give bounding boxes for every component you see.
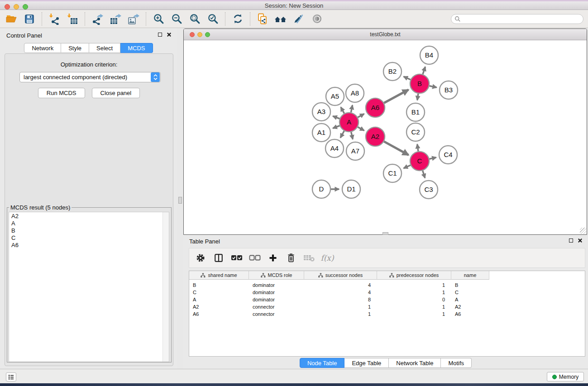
- tab-network[interactable]: Network: [24, 43, 61, 53]
- search-input[interactable]: [461, 15, 583, 23]
- tab-network-table[interactable]: Network Table: [389, 358, 441, 368]
- graph-node-B[interactable]: B: [410, 74, 429, 93]
- show-graphics-details-button[interactable]: [308, 11, 326, 27]
- criterion-select[interactable]: largest connected component (directed): [19, 72, 161, 82]
- tab-select[interactable]: Select: [89, 43, 120, 53]
- show-log-button[interactable]: [6, 372, 16, 381]
- graph-node-A2[interactable]: A2: [366, 127, 385, 146]
- graph-node-A3[interactable]: A3: [312, 103, 330, 121]
- column-header[interactable]: name: [451, 271, 489, 280]
- tab-node-table[interactable]: Node Table: [300, 358, 345, 368]
- column-header[interactable]: successor nodes: [304, 271, 377, 280]
- mcds-result-list[interactable]: A2ABCA6: [9, 212, 169, 362]
- list-item[interactable]: A: [11, 220, 160, 227]
- list-scrollbar[interactable]: [163, 212, 169, 362]
- graph-node-B4[interactable]: B4: [420, 46, 438, 64]
- graph-edge[interactable]: [429, 157, 436, 159]
- table-row[interactable]: Adominator80A: [189, 296, 585, 303]
- graph-edge[interactable]: [417, 94, 418, 100]
- function-builder-button[interactable]: f(x): [320, 250, 335, 266]
- network-window-controls[interactable]: [190, 32, 210, 37]
- graph-edge[interactable]: [384, 142, 408, 155]
- graph-node-A5[interactable]: A5: [326, 87, 344, 105]
- table-settings-button[interactable]: [193, 250, 208, 266]
- splitter-handle[interactable]: [178, 197, 182, 204]
- node-table[interactable]: shared nameMCDS rolesuccessor nodesprede…: [189, 271, 585, 357]
- graph-node-A1[interactable]: A1: [312, 124, 330, 142]
- zoom-network-window-button[interactable]: [205, 32, 210, 37]
- table-row[interactable]: A2connector11A2: [189, 303, 585, 310]
- list-item[interactable]: A2: [11, 213, 160, 220]
- tab-edge-table[interactable]: Edge Table: [344, 358, 389, 368]
- window-controls[interactable]: [5, 4, 28, 10]
- open-session-button[interactable]: [2, 11, 20, 27]
- show-column-button[interactable]: [211, 250, 226, 266]
- graph-node-C1[interactable]: C1: [383, 164, 402, 182]
- graph-node-A[interactable]: A: [339, 113, 359, 132]
- graph-node-A8[interactable]: A8: [346, 84, 364, 102]
- network-graph[interactable]: B4B2BB3A8A5A6A3B1AA1C2A2A4A7C4CC1DD1C3: [184, 40, 587, 234]
- delete-table-button[interactable]: [301, 250, 317, 266]
- hide-annotations-button[interactable]: [290, 11, 308, 27]
- vertical-splitter[interactable]: [177, 28, 183, 369]
- search-field[interactable]: [451, 14, 583, 24]
- run-mcds-button[interactable]: Run MCDS: [38, 88, 85, 98]
- graph-edge[interactable]: [341, 107, 344, 114]
- column-header[interactable]: MCDS role: [249, 271, 304, 280]
- graph-edge[interactable]: [333, 126, 339, 129]
- graph-edge[interactable]: [358, 114, 364, 118]
- tab-motifs[interactable]: Motifs: [441, 358, 472, 368]
- graph-edge[interactable]: [351, 132, 353, 139]
- graph-node-B3[interactable]: B3: [440, 81, 458, 99]
- float-panel-icon[interactable]: [569, 238, 573, 243]
- graph-edge[interactable]: [351, 105, 352, 112]
- graph-node-C3[interactable]: C3: [420, 181, 438, 199]
- list-item[interactable]: B: [11, 227, 160, 234]
- export-table-button[interactable]: [106, 11, 124, 27]
- column-header[interactable]: shared name: [189, 271, 249, 280]
- graph-edge[interactable]: [340, 131, 344, 138]
- network-canvas[interactable]: B4B2BB3A8A5A6A3B1AA1C2A2A4A7C4CC1DD1C3: [184, 40, 587, 234]
- first-neighbors-button[interactable]: [272, 11, 290, 27]
- list-item[interactable]: C: [11, 234, 160, 242]
- graph-node-A4[interactable]: A4: [325, 139, 344, 157]
- graph-edge[interactable]: [404, 165, 411, 168]
- tab-style[interactable]: Style: [61, 43, 89, 53]
- table-row[interactable]: Bdominator41B: [189, 281, 585, 289]
- unselect-all-columns-button[interactable]: [247, 250, 263, 266]
- window-resize-grip[interactable]: [580, 228, 586, 234]
- graph-node-A7[interactable]: A7: [346, 142, 364, 160]
- graph-node-B1[interactable]: B1: [406, 103, 425, 121]
- zoom-window-button[interactable]: [23, 4, 28, 10]
- tab-mcds[interactable]: MCDS: [120, 43, 153, 53]
- graph-edge[interactable]: [384, 90, 408, 103]
- graph-node-D[interactable]: D: [312, 180, 330, 198]
- graph-edge[interactable]: [404, 76, 411, 80]
- zoom-selected-button[interactable]: [204, 11, 222, 27]
- graph-edge[interactable]: [358, 127, 364, 131]
- horizontal-splitter-handle[interactable]: [382, 232, 388, 235]
- column-header[interactable]: predecessor nodes: [377, 271, 451, 280]
- save-session-button[interactable]: [20, 11, 38, 27]
- zoom-fit-button[interactable]: [186, 11, 204, 27]
- new-network-from-selection-button[interactable]: [253, 11, 272, 27]
- network-window-titlebar[interactable]: testGlobe.txt: [184, 29, 587, 40]
- graph-edge[interactable]: [417, 144, 418, 151]
- close-network-window-button[interactable]: [190, 32, 195, 37]
- graph-node-B2[interactable]: B2: [383, 62, 402, 81]
- import-table-button[interactable]: [63, 11, 81, 27]
- memory-button[interactable]: Memory: [547, 372, 584, 381]
- table-row[interactable]: A6connector11A6: [189, 310, 585, 318]
- graph-node-C[interactable]: C: [410, 152, 429, 171]
- close-panel-icon[interactable]: [578, 238, 583, 243]
- list-item[interactable]: A6: [11, 242, 160, 249]
- close-panel-button[interactable]: Close panel: [92, 88, 140, 98]
- graph-node-C4[interactable]: C4: [439, 146, 457, 164]
- select-all-columns-button[interactable]: [229, 250, 244, 266]
- delete-column-button[interactable]: [283, 250, 299, 266]
- minimize-window-button[interactable]: [14, 4, 19, 10]
- graph-node-C2[interactable]: C2: [406, 123, 425, 141]
- zoom-in-button[interactable]: [149, 11, 167, 27]
- graph-node-D1[interactable]: D1: [342, 180, 360, 198]
- graph-edge[interactable]: [429, 86, 436, 88]
